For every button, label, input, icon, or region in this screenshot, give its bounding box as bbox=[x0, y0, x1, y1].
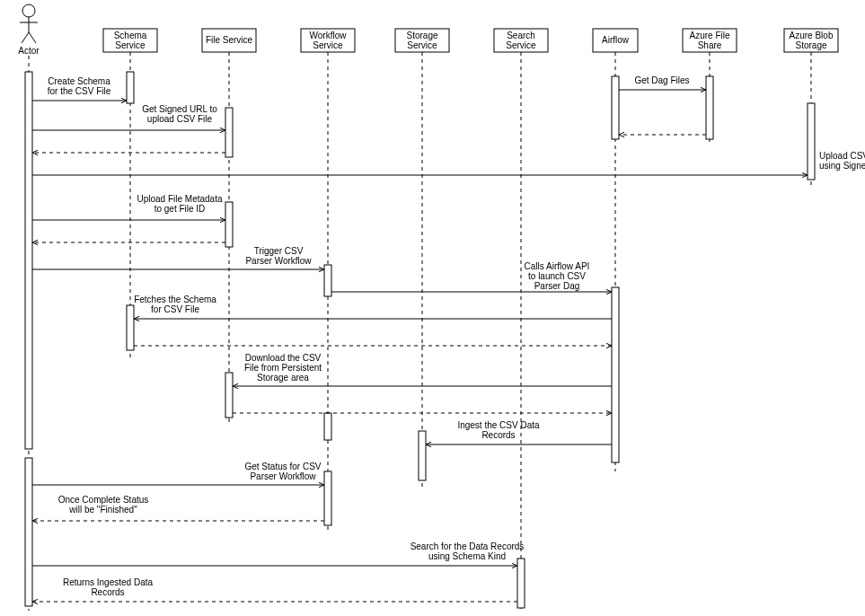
svg-text:WorkflowService: WorkflowService bbox=[310, 31, 348, 50]
msg-upload-metadata-label: Upload File Metadatato get File ID bbox=[137, 194, 222, 214]
svg-text:SearchService: SearchService bbox=[506, 31, 536, 50]
msg-ingest-label: Ingest the CSV DataRecords bbox=[457, 420, 540, 440]
svg-text:Airflow: Airflow bbox=[602, 35, 630, 45]
activation-file-1 bbox=[225, 108, 233, 157]
msg-get-dag-files-label: Get Dag Files bbox=[634, 75, 689, 85]
msg-call-airflow-label: Calls Airflow APIto launch CSVParser Dag bbox=[525, 261, 590, 291]
actor-icon bbox=[20, 4, 38, 43]
participant-schema: SchemaService bbox=[103, 29, 157, 52]
activation-storage bbox=[419, 431, 426, 480]
participant-search: SearchService bbox=[494, 29, 548, 52]
svg-line-4 bbox=[29, 32, 36, 43]
activation-schema-1 bbox=[127, 72, 134, 103]
activation-azblob bbox=[808, 103, 815, 180]
activation-file-2 bbox=[225, 202, 233, 247]
participant-file: File Service bbox=[202, 29, 256, 52]
activation-workflow-1 bbox=[324, 265, 331, 296]
msg-search-label: Search for the Data Recordsusing Schema … bbox=[410, 541, 525, 561]
msg-get-signed-url-label: Get Signed URL toupload CSV File bbox=[142, 104, 217, 124]
msg-trigger-workflow-label: Trigger CSVParser Workflow bbox=[245, 246, 312, 266]
activation-search bbox=[517, 559, 525, 608]
activation-workflow-3 bbox=[324, 471, 331, 525]
svg-text:StorageService: StorageService bbox=[406, 31, 437, 50]
msg-fetch-schema-label: Fetches the Schemafor CSV File bbox=[134, 295, 216, 314]
activation-file-3 bbox=[225, 373, 233, 418]
svg-text:SchemaService: SchemaService bbox=[114, 31, 147, 50]
activation-azfile bbox=[706, 76, 713, 139]
participant-airflow: Airflow bbox=[593, 29, 638, 52]
participant-azblob: Azure BlobStorage bbox=[784, 29, 838, 52]
svg-line-3 bbox=[22, 32, 29, 43]
return-records-label: Returns Ingested DataRecords bbox=[63, 577, 153, 597]
msg-create-schema-label: Create Schemafor the CSV File bbox=[48, 76, 111, 96]
activation-schema-2 bbox=[127, 305, 134, 350]
svg-point-0 bbox=[22, 4, 35, 17]
participant-azfile: Azure FileShare bbox=[683, 29, 737, 52]
svg-text:Azure BlobStorage: Azure BlobStorage bbox=[790, 31, 834, 50]
svg-text:File Service: File Service bbox=[206, 35, 253, 45]
activation-airflow-2 bbox=[612, 287, 619, 462]
activation-workflow-2 bbox=[324, 413, 331, 440]
msg-download-csv-label: Download the CSVFile from PersistentStor… bbox=[244, 353, 322, 383]
activation-actor-1 bbox=[25, 72, 32, 449]
actor-label: Actor bbox=[18, 46, 40, 56]
participant-storage: StorageService bbox=[395, 29, 449, 52]
return-status-label: Once Complete Statuswill be "Finished" bbox=[58, 495, 149, 515]
participant-workflow: WorkflowService bbox=[301, 29, 355, 52]
msg-upload-csv-label: Upload CSV Fileusing Signed URL bbox=[819, 151, 865, 171]
activation-actor-2 bbox=[25, 458, 32, 606]
activation-airflow-1 bbox=[612, 76, 619, 139]
msg-get-status-label: Get Status for CSVParser Workflow bbox=[244, 462, 321, 481]
